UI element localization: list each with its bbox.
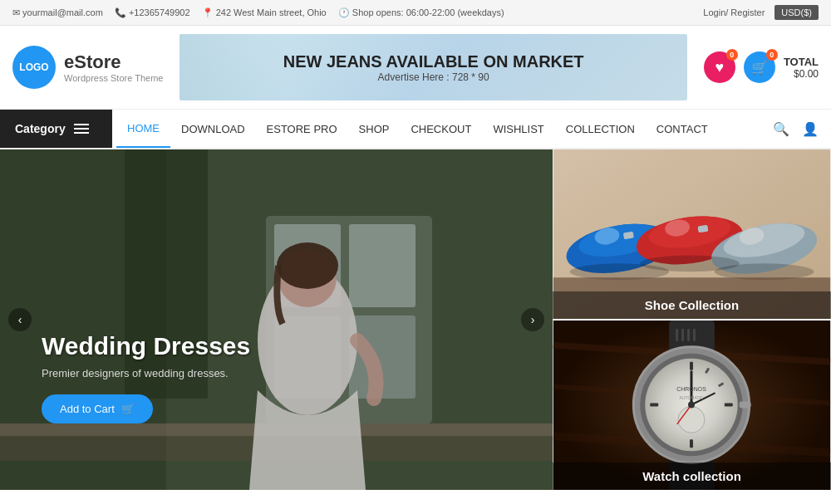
svg-rect-38 [681, 329, 684, 341]
login-register-link[interactable]: Login/ Register [703, 7, 765, 17]
svg-rect-13 [0, 149, 553, 490]
cart-total-display: TOTAL $0.00 [784, 56, 819, 80]
shoe-collection-card[interactable]: Shoe Collection [553, 149, 831, 319]
top-bar-right: Login/ Register USD($) [703, 5, 819, 20]
search-button[interactable]: 🔍 [769, 117, 794, 141]
clock-icon: 🕐 [338, 7, 350, 17]
banner-title: NEW JEANS AVAILABLE ON MARKET [283, 52, 584, 71]
top-bar: ✉ yourmail@mail.com 📞 +12365749902 📍 242… [0, 0, 831, 26]
nav-item-download[interactable]: DOWNLOAD [170, 110, 256, 148]
svg-rect-23 [697, 225, 708, 233]
email-info: ✉ yourmail@mail.com [12, 7, 103, 18]
hero-subtitle: Premier designers of wedding dresses. [42, 367, 250, 379]
svg-rect-46 [690, 439, 693, 448]
svg-rect-45 [690, 362, 693, 370]
svg-rect-39 [687, 329, 690, 341]
nav-icons: 🔍 👤 [769, 110, 831, 148]
shoe-collection-label: Shoe Collection [553, 291, 831, 319]
cart-area: ♥ 0 🛒 0 TOTAL $0.00 [704, 51, 819, 83]
store-name: eStore [64, 51, 163, 73]
cart-badge: 0 [766, 49, 778, 61]
nav-item-collection[interactable]: COLLECTION [555, 110, 646, 148]
search-icon: 🔍 [773, 121, 789, 137]
main-content: Wedding Dresses Premier designers of wed… [0, 149, 831, 490]
phone-icon: 📞 [115, 7, 126, 17]
heart-icon: ♥ [715, 59, 725, 76]
phone-info: 📞 +12365749902 [115, 7, 190, 18]
category-label: Category [15, 122, 66, 135]
hamburger-icon [74, 124, 89, 134]
store-info: eStore Wordpress Store Theme [64, 51, 163, 83]
store-tagline: Wordpress Store Theme [64, 73, 163, 83]
nav-item-home[interactable]: HOME [116, 110, 170, 148]
banner: NEW JEANS AVAILABLE ON MARKET Advertise … [179, 34, 686, 100]
hours-info: 🕐 Shop opens: 06:00-22:00 (weekdays) [338, 7, 504, 18]
category-button[interactable]: Category [0, 110, 112, 148]
top-bar-left: ✉ yourmail@mail.com 📞 +12365749902 📍 242… [12, 7, 504, 18]
svg-rect-37 [676, 329, 678, 341]
cart-total-amount: $0.00 [784, 68, 819, 80]
wishlist-button[interactable]: ♥ 0 [704, 51, 735, 83]
logo-area: LOGO eStore Wordpress Store Theme [12, 46, 163, 89]
currency-button[interactable]: USD($) [774, 5, 819, 20]
svg-rect-48 [725, 404, 733, 407]
user-button[interactable]: 👤 [798, 117, 823, 141]
hero-text-area: Wedding Dresses Premier designers of wed… [42, 332, 250, 423]
cart-button[interactable]: 🛒 0 [744, 51, 775, 83]
banner-bg-decoration [179, 34, 288, 100]
nav-item-contact[interactable]: CONTACT [646, 110, 719, 148]
svg-rect-47 [650, 404, 658, 407]
svg-text:AUTOMATIC: AUTOMATIC [680, 396, 704, 400]
slider-prev-button[interactable]: ‹ [8, 308, 32, 331]
add-to-cart-button[interactable]: Add to Cart 🛒 [42, 394, 153, 423]
header: LOGO eStore Wordpress Store Theme NEW JE… [0, 26, 831, 110]
nav-item-checkout[interactable]: CHECKOUT [400, 110, 482, 148]
cart-total-label: TOTAL [784, 56, 819, 68]
watch-collection-label: Watch collection [553, 462, 831, 490]
cart-icon: 🛒 [751, 60, 768, 76]
sidebar-cards: Shoe Collection [553, 149, 831, 490]
hero-title: Wedding Dresses [42, 332, 250, 360]
nav-item-estore-pro[interactable]: ESTORE PRO [256, 110, 348, 148]
svg-text:CHRONOS: CHRONOS [676, 386, 706, 392]
nav-bar: Category HOME DOWNLOAD ESTORE PRO SHOP C… [0, 110, 831, 149]
user-icon: 👤 [802, 121, 819, 137]
hero-slider: Wedding Dresses Premier designers of wed… [0, 149, 553, 490]
cart-btn-icon: 🛒 [121, 403, 135, 415]
add-to-cart-label: Add to Cart [60, 403, 115, 415]
logo-circle[interactable]: LOGO [12, 46, 56, 89]
nav-item-wishlist[interactable]: WISHLIST [482, 110, 554, 148]
svg-point-44 [678, 406, 705, 433]
svg-point-55 [688, 402, 695, 409]
nav-item-shop[interactable]: SHOP [348, 110, 401, 148]
svg-rect-40 [693, 329, 696, 341]
svg-rect-51 [740, 402, 751, 409]
address-info: 📍 242 West Main street, Ohio [202, 7, 327, 18]
wishlist-badge: 0 [726, 49, 738, 61]
nav-menu: HOME DOWNLOAD ESTORE PRO SHOP CHECKOUT W… [112, 110, 769, 148]
slider-next-button[interactable]: › [521, 308, 544, 331]
location-icon: 📍 [202, 7, 214, 17]
email-icon: ✉ [12, 7, 20, 17]
banner-subtitle: Advertise Here : 728 * 90 [378, 71, 489, 83]
watch-collection-card[interactable]: CHRONOS AUTOMATIC Watch collection [553, 319, 831, 490]
